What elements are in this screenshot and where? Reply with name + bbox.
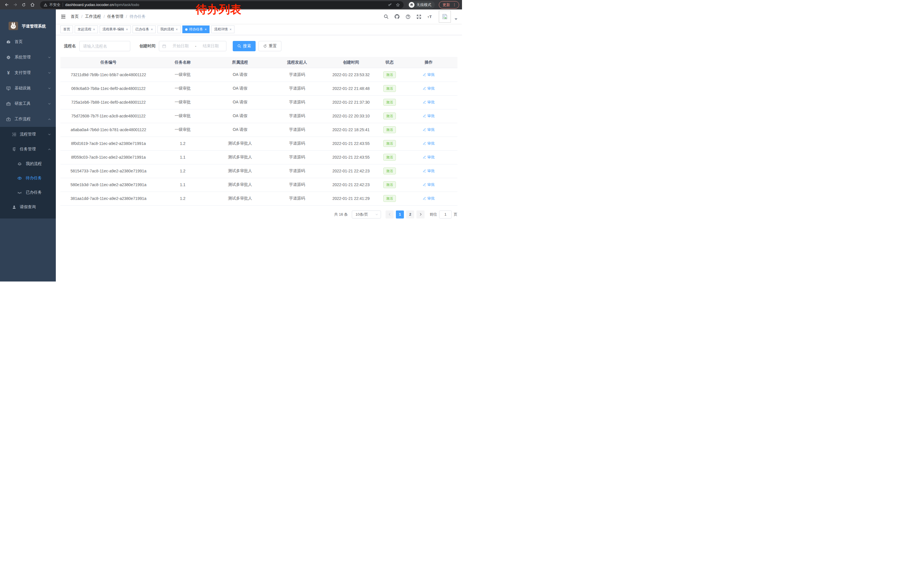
- cell-created: 2022-01-21 22:42:23: [323, 164, 379, 178]
- cell-task-id: 8f0d1619-7ac8-11ec-a9e2-a2380e71991a: [60, 137, 157, 150]
- tab-close-icon[interactable]: ×: [205, 28, 207, 31]
- cell-starter: 芋道源码: [271, 164, 322, 178]
- table-row: 73211d9d-7b9b-11ec-b5b7-acde48001122 一级审…: [60, 68, 458, 82]
- cell-process: 测试多审批人: [209, 178, 272, 192]
- user-icon: [12, 205, 16, 210]
- browser-back-button[interactable]: [3, 1, 10, 9]
- sidebar-item-devtools[interactable]: 研发工具: [0, 96, 56, 111]
- font-size-button[interactable]: [427, 14, 434, 20]
- approve-link[interactable]: 审批: [423, 168, 435, 174]
- eye-icon: [17, 176, 22, 181]
- approve-link[interactable]: 审批: [423, 86, 435, 91]
- status-badge: 激活: [383, 140, 396, 147]
- sidebar-item-done-tasks[interactable]: 已办任务: [0, 185, 56, 200]
- security-label: 不安全: [49, 2, 60, 8]
- cell-process: OA 请假: [209, 82, 272, 95]
- sidebar: 芋道管理系统 首页 系统管理 ¥ 支付管理 基础设施 研发工具 工作: [0, 9, 56, 281]
- avatar[interactable]: [439, 11, 451, 23]
- cell-process: OA 请假: [209, 109, 272, 123]
- goto-label: 前往: [430, 212, 437, 217]
- sidebar-item-workflow[interactable]: 工作流程: [0, 111, 56, 127]
- gear-icon: [6, 55, 11, 60]
- page-1-button[interactable]: 1: [396, 210, 404, 219]
- breadcrumb-workflow[interactable]: 工作流程: [85, 14, 101, 19]
- page-size-select[interactable]: 10条/页: [352, 210, 381, 219]
- sidebar-item-my-process[interactable]: 我的流程: [0, 157, 56, 171]
- reset-button[interactable]: 重置: [258, 41, 281, 51]
- approve-link[interactable]: 审批: [423, 196, 435, 201]
- tab-home[interactable]: 首页: [60, 26, 73, 33]
- col-status: 状态: [379, 57, 400, 68]
- status-badge: 激活: [383, 85, 396, 92]
- cell-starter: 芋道源码: [271, 123, 322, 137]
- back-icon: [4, 2, 9, 7]
- approve-link[interactable]: 审批: [423, 182, 435, 187]
- tab-form-edit[interactable]: 流程表单-编辑×: [100, 26, 131, 33]
- process-name-input[interactable]: [79, 41, 130, 51]
- goto-page-input[interactable]: [439, 210, 452, 219]
- bookmark-star-icon[interactable]: [396, 3, 400, 7]
- avatar-caret-down-icon[interactable]: [454, 18, 458, 20]
- tab-close-icon[interactable]: ×: [176, 28, 178, 31]
- browser-toolbar: 不安全 dashboard.yudao.iocoder.cn/bpm/task/…: [0, 0, 462, 9]
- approve-link[interactable]: 审批: [423, 72, 435, 77]
- tag-view-bar: 首页 发起流程× 流程表单-编辑× 已办任务× 我的流程× 待办任务× 流程详情…: [56, 24, 462, 35]
- browser-forward-button[interactable]: [12, 1, 19, 9]
- address-bar[interactable]: 不安全 dashboard.yudao.iocoder.cn/bpm/task/…: [40, 1, 404, 9]
- sidebar-item-todo-tasks[interactable]: 待办任务: [0, 171, 56, 185]
- next-page-button[interactable]: [417, 210, 424, 219]
- approve-link[interactable]: 审批: [423, 113, 435, 119]
- prev-page-button[interactable]: [386, 210, 394, 219]
- cell-starter: 芋道源码: [271, 192, 322, 205]
- key-icon[interactable]: [388, 3, 392, 7]
- sidebar-item-home[interactable]: 首页: [0, 34, 56, 50]
- tab-todo-tasks[interactable]: 待办任务×: [182, 26, 210, 33]
- help-button[interactable]: [405, 14, 411, 20]
- tab-close-icon[interactable]: ×: [93, 28, 95, 31]
- browser-home-button[interactable]: [28, 1, 36, 9]
- date-range-picker[interactable]: 开始日期 - 结束日期: [159, 41, 226, 51]
- approve-link[interactable]: 审批: [423, 100, 435, 105]
- cell-process: OA 请假: [209, 123, 272, 137]
- browser-update-button[interactable]: 更新: [439, 1, 459, 9]
- tab-close-icon[interactable]: ×: [230, 28, 232, 31]
- sidebar-item-leave-query[interactable]: 请假查询: [0, 200, 56, 215]
- tab-close-icon[interactable]: ×: [151, 28, 153, 31]
- edit-icon: [423, 87, 426, 90]
- app-logo-row[interactable]: 芋道管理系统: [0, 9, 56, 34]
- header-search-button[interactable]: [384, 14, 389, 19]
- broken-image-icon: [442, 14, 448, 20]
- cell-process: 测试多审批人: [209, 192, 272, 205]
- sidebar-item-system[interactable]: 系统管理: [0, 50, 56, 65]
- sidebar-collapse-button[interactable]: [60, 14, 66, 20]
- cell-process: 测试多审批人: [209, 150, 272, 164]
- breadcrumb-task-management[interactable]: 任务管理: [107, 14, 123, 19]
- approve-link[interactable]: 审批: [423, 127, 435, 132]
- create-time-label: 创建时间: [140, 44, 155, 49]
- approve-link[interactable]: 审批: [423, 155, 435, 160]
- cell-starter: 芋道源码: [271, 82, 322, 95]
- tab-start-process[interactable]: 发起流程×: [75, 26, 98, 33]
- browser-menu-dots-icon[interactable]: [452, 3, 456, 7]
- approve-link[interactable]: 审批: [423, 141, 435, 146]
- col-task-name: 任务名称: [157, 57, 209, 68]
- github-link[interactable]: [394, 14, 400, 20]
- site-security-badge[interactable]: 不安全: [44, 2, 60, 8]
- page-2-button[interactable]: 2: [406, 210, 414, 219]
- table-header-row: 任务编号 任务名称 所属流程 流程发起人 创建时间 状态 操作: [60, 57, 458, 68]
- tab-done-tasks[interactable]: 已办任务×: [132, 26, 156, 33]
- tab-my-process[interactable]: 我的流程×: [158, 26, 181, 33]
- breadcrumb-home[interactable]: 首页: [71, 14, 79, 19]
- sidebar-item-task-management[interactable]: 任务管理: [0, 142, 56, 157]
- warning-icon: [44, 3, 48, 7]
- sidebar-item-infrastructure[interactable]: 基础设施: [0, 81, 56, 96]
- tab-close-icon[interactable]: ×: [126, 28, 128, 31]
- search-button[interactable]: 搜索: [233, 41, 256, 51]
- sidebar-item-process-management[interactable]: 流程管理: [0, 127, 56, 142]
- sidebar-item-payment[interactable]: ¥ 支付管理: [0, 65, 56, 81]
- todo-task-table: 任务编号 任务名称 所属流程 流程发起人 创建时间 状态 操作 73211d9d…: [60, 57, 458, 206]
- browser-reload-button[interactable]: [20, 1, 27, 9]
- fullscreen-button[interactable]: [416, 14, 422, 20]
- cell-created: 2022-01-22 18:25:41: [323, 123, 379, 137]
- tab-process-detail[interactable]: 流程详情×: [211, 26, 234, 33]
